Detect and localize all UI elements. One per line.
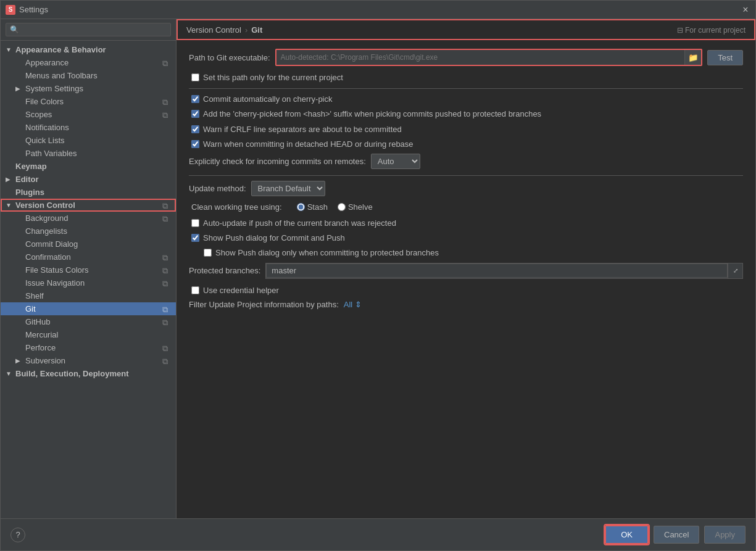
- use-credential-checkbox[interactable]: [191, 286, 199, 294]
- sidebar-item-label: Changelists: [25, 226, 171, 236]
- sidebar-item-confirmation[interactable]: Confirmation ⧉: [1, 251, 176, 263]
- sidebar-item-label: File Status Colors: [25, 265, 162, 275]
- path-input[interactable]: [276, 51, 685, 64]
- set-path-label: Set this path only for the current proje…: [203, 72, 343, 83]
- sidebar-item-keymap[interactable]: Keymap: [1, 160, 176, 173]
- close-button[interactable]: ×: [741, 5, 750, 15]
- use-credential-label: Use credential helper: [203, 285, 279, 296]
- sidebar-item-github[interactable]: GitHub ⧉: [1, 315, 176, 328]
- protected-branches-input[interactable]: [266, 263, 728, 278]
- shelve-label: Shelve: [348, 202, 373, 212]
- sidebar-item-label: System Settings: [25, 84, 171, 93]
- sidebar-item-label: Git: [25, 304, 162, 313]
- browse-button[interactable]: 📁: [684, 49, 702, 65]
- stash-radio[interactable]: [297, 203, 305, 211]
- search-input[interactable]: [6, 23, 171, 36]
- sidebar-item-shelf[interactable]: Shelf: [1, 289, 176, 302]
- warn-detached-checkbox[interactable]: [191, 140, 199, 148]
- auto-update-checkbox[interactable]: [191, 219, 199, 227]
- sidebar-item-label: Version Control: [15, 201, 162, 210]
- sidebar-item-label: Keymap: [15, 162, 171, 171]
- sidebar-item-version-control[interactable]: ▼ Version Control ⧉: [1, 199, 176, 212]
- help-button[interactable]: ?: [10, 528, 25, 542]
- incoming-commits-select[interactable]: Auto: [371, 154, 420, 169]
- sidebar-item-file-colors[interactable]: File Colors ⧉: [1, 95, 176, 108]
- sidebar-item-plugins[interactable]: Plugins: [1, 186, 176, 199]
- sidebar-item-subversion[interactable]: ▶ Subversion ⧉: [1, 354, 176, 367]
- filter-value[interactable]: All ⇕: [344, 300, 362, 309]
- window-title: Settings: [19, 5, 741, 14]
- sidebar-item-commit-dialog[interactable]: Commit Dialog: [1, 238, 176, 251]
- sidebar-item-menus-toolbars[interactable]: Menus and Toolbars: [1, 69, 176, 82]
- sidebar-item-label: Menus and Toolbars: [25, 71, 171, 80]
- protected-branches-input-group: ⤢: [265, 263, 743, 279]
- copy-icon: ⧉: [162, 318, 171, 326]
- settings-window: S Settings × ▼ Appearance & Behavior App…: [0, 0, 756, 551]
- ok-button[interactable]: OK: [605, 525, 649, 544]
- commit-cherry-pick-checkbox[interactable]: [191, 95, 199, 103]
- bottom-right-buttons: OK Cancel Apply: [605, 525, 746, 544]
- sidebar-item-label: Appearance: [25, 58, 162, 67]
- copy-icon: ⧉: [162, 97, 171, 106]
- update-method-select[interactable]: Branch Default: [251, 181, 325, 196]
- sidebar-item-scopes[interactable]: Scopes ⧉: [1, 108, 176, 121]
- expand-arrow: ▶: [6, 176, 14, 183]
- show-push-protected-checkbox[interactable]: [204, 249, 212, 257]
- indent: [6, 163, 14, 170]
- copy-icon: ⧉: [162, 201, 171, 210]
- sidebar-item-changelists[interactable]: Changelists: [1, 225, 176, 238]
- cancel-button[interactable]: Cancel: [654, 526, 699, 544]
- sidebar-item-build-execution[interactable]: ▼ Build, Execution, Deployment: [1, 367, 176, 380]
- warn-detached-label: Warn when committing in detached HEAD or…: [203, 139, 413, 150]
- copy-icon: ⧉: [162, 279, 171, 288]
- sidebar-item-perforce[interactable]: Perforce ⧉: [1, 341, 176, 354]
- title-bar: S Settings ×: [1, 1, 755, 19]
- path-label: Path to Git executable:: [189, 53, 270, 62]
- sidebar-item-label: File Colors: [25, 97, 162, 106]
- sidebar-item-label: Appearance & Behavior: [15, 45, 171, 54]
- sidebar-item-label: Quick Lists: [25, 136, 171, 145]
- copy-icon: ⧉: [162, 59, 171, 67]
- sidebar-item-system-settings[interactable]: ▶ System Settings: [1, 82, 176, 95]
- set-path-row: Set this path only for the current proje…: [189, 72, 743, 83]
- sidebar-item-quick-lists[interactable]: Quick Lists: [1, 134, 176, 147]
- sidebar-item-label: Scopes: [25, 110, 162, 119]
- expand-arrow: ▶: [15, 85, 24, 92]
- shelve-radio[interactable]: [338, 203, 346, 211]
- copy-icon: ⧉: [162, 110, 171, 119]
- sidebar-item-label: Build, Execution, Deployment: [15, 369, 171, 378]
- panel-body: Path to Git executable: 📁 Test Set this …: [177, 40, 755, 518]
- main-content: ▼ Appearance & Behavior Appearance ⧉ Men…: [1, 19, 755, 518]
- warn-crlf-checkbox[interactable]: [191, 125, 199, 133]
- add-cherry-picked-checkbox[interactable]: [191, 110, 199, 118]
- expand-button[interactable]: ⤢: [728, 263, 742, 278]
- warn-crlf-label: Warn if CRLF line separators are about t…: [203, 124, 402, 135]
- set-path-checkbox[interactable]: [191, 73, 199, 81]
- use-credential-row: Use credential helper: [189, 285, 743, 296]
- sidebar-item-file-status-colors[interactable]: File Status Colors ⧉: [1, 263, 176, 276]
- sidebar-item-mercurial[interactable]: Mercurial: [1, 328, 176, 341]
- update-method-label: Update method:: [189, 184, 246, 193]
- divider1: [189, 88, 743, 89]
- test-button[interactable]: Test: [707, 50, 743, 65]
- panel-header: Version Control › Git ⊟ For current proj…: [177, 19, 755, 40]
- stash-option: Stash: [297, 202, 328, 212]
- sidebar-item-background[interactable]: Background ⧉: [1, 212, 176, 225]
- show-push-protected-row: Show Push dialog only when committing to…: [189, 247, 743, 259]
- sidebar-item-issue-navigation[interactable]: Issue Navigation ⧉: [1, 276, 176, 289]
- apply-button[interactable]: Apply: [704, 526, 746, 544]
- expand-arrow: ▼: [6, 370, 14, 377]
- sidebar-item-notifications[interactable]: Notifications: [1, 121, 176, 134]
- sidebar-item-appearance-behavior[interactable]: ▼ Appearance & Behavior: [1, 43, 176, 56]
- sidebar-item-appearance[interactable]: Appearance ⧉: [1, 56, 176, 69]
- show-push-checkbox[interactable]: [191, 234, 199, 242]
- warn-detached-row: Warn when committing in detached HEAD or…: [189, 139, 743, 150]
- sidebar-item-git[interactable]: Git ⧉: [1, 302, 176, 315]
- sidebar-item-label: Notifications: [25, 123, 171, 132]
- sidebar-item-label: Perforce: [25, 343, 162, 352]
- divider2: [189, 175, 743, 176]
- auto-update-label: Auto-update if push of the current branc…: [203, 218, 396, 229]
- sidebar-item-editor[interactable]: ▶ Editor: [1, 173, 176, 186]
- breadcrumb-git: Git: [251, 25, 262, 35]
- sidebar-item-path-variables[interactable]: Path Variables: [1, 147, 176, 160]
